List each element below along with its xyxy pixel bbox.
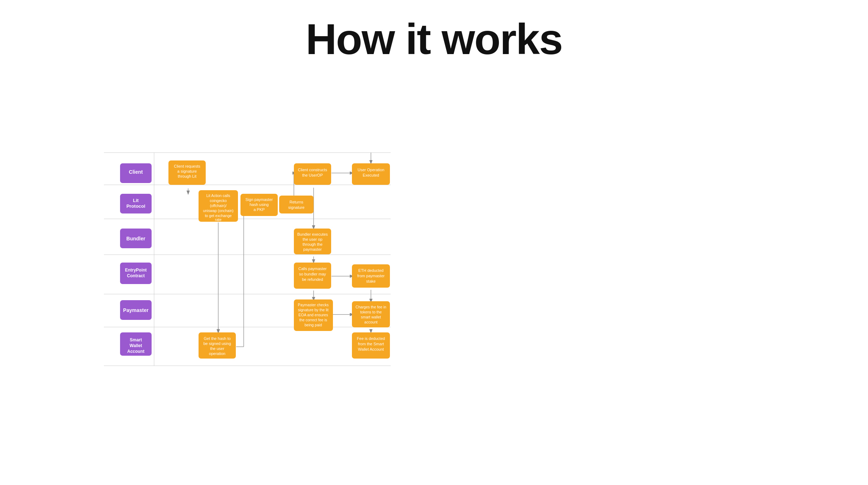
svg-text:Charges the fee in: Charges the fee in — [356, 305, 386, 309]
svg-text:Account: Account — [127, 349, 144, 354]
diagram-svg: Client Lit Protocol Bundler EntryPoint C… — [0, 85, 868, 479]
svg-text:a PKP: a PKP — [253, 207, 264, 212]
svg-text:so bundler may: so bundler may — [299, 272, 326, 276]
svg-text:Get the hash to: Get the hash to — [204, 336, 230, 341]
svg-text:signature by the lit: signature by the lit — [298, 308, 328, 312]
svg-text:through Lit: through Lit — [178, 174, 196, 178]
diagram-container: Client Lit Protocol Bundler EntryPoint C… — [0, 85, 868, 479]
svg-text:Calls paymaster: Calls paymaster — [299, 266, 327, 271]
svg-text:signature: signature — [288, 205, 304, 210]
svg-text:Protocol: Protocol — [127, 203, 146, 209]
svg-text:Sign paymaster: Sign paymaster — [245, 197, 273, 202]
svg-text:Paymaster: Paymaster — [123, 307, 149, 313]
svg-text:Lit: Lit — [133, 198, 139, 203]
svg-text:Client constructs: Client constructs — [298, 168, 327, 172]
svg-text:coingecko: coingecko — [210, 198, 226, 203]
svg-text:Client: Client — [129, 169, 143, 175]
svg-text:uniswap (onchain): uniswap (onchain) — [203, 208, 233, 213]
page-title: How it works — [0, 0, 868, 85]
svg-text:be refunded: be refunded — [302, 277, 323, 282]
svg-text:EOA and ensures: EOA and ensures — [299, 313, 328, 317]
svg-text:operation: operation — [209, 351, 225, 356]
svg-text:Client requests: Client requests — [174, 164, 200, 168]
svg-text:Bundler: Bundler — [127, 236, 146, 241]
svg-text:rate: rate — [215, 217, 221, 222]
svg-text:EntryPoint: EntryPoint — [125, 268, 147, 273]
svg-text:account: account — [364, 320, 378, 324]
svg-text:Wallet Account: Wallet Account — [358, 347, 384, 351]
svg-text:smart wallet: smart wallet — [361, 315, 381, 319]
svg-text:stake: stake — [366, 279, 376, 283]
svg-text:through the: through the — [302, 242, 323, 246]
svg-text:from the Smart: from the Smart — [358, 342, 384, 346]
svg-text:the user op: the user op — [302, 237, 322, 241]
svg-text:Wallet: Wallet — [130, 343, 142, 348]
svg-text:a signature: a signature — [177, 169, 197, 173]
svg-rect-64 — [279, 196, 314, 213]
svg-text:the UserOP: the UserOP — [302, 173, 323, 177]
svg-text:Returns: Returns — [290, 200, 304, 204]
svg-text:Executed: Executed — [363, 173, 379, 177]
svg-text:Smart: Smart — [130, 337, 142, 342]
svg-text:Lit Action calls: Lit Action calls — [206, 193, 230, 198]
svg-text:tokens to the: tokens to the — [360, 310, 382, 314]
svg-text:(offchain)/: (offchain)/ — [210, 203, 227, 208]
svg-text:Paymaster checks: Paymaster checks — [298, 303, 329, 307]
svg-text:User Operation: User Operation — [358, 168, 385, 172]
svg-text:being paid: being paid — [305, 323, 322, 327]
svg-text:the correct fee is: the correct fee is — [299, 318, 327, 322]
svg-text:the user: the user — [210, 346, 224, 351]
svg-text:from paymaster: from paymaster — [357, 274, 385, 278]
svg-text:ETH deducted: ETH deducted — [358, 268, 383, 273]
svg-text:be signed using: be signed using — [203, 341, 231, 346]
svg-text:paymaster: paymaster — [303, 247, 322, 251]
svg-text:Bundler executes: Bundler executes — [297, 232, 328, 236]
svg-text:Fee is deducted: Fee is deducted — [357, 336, 385, 341]
svg-text:Contract: Contract — [127, 273, 144, 278]
svg-text:hash using: hash using — [249, 202, 268, 207]
